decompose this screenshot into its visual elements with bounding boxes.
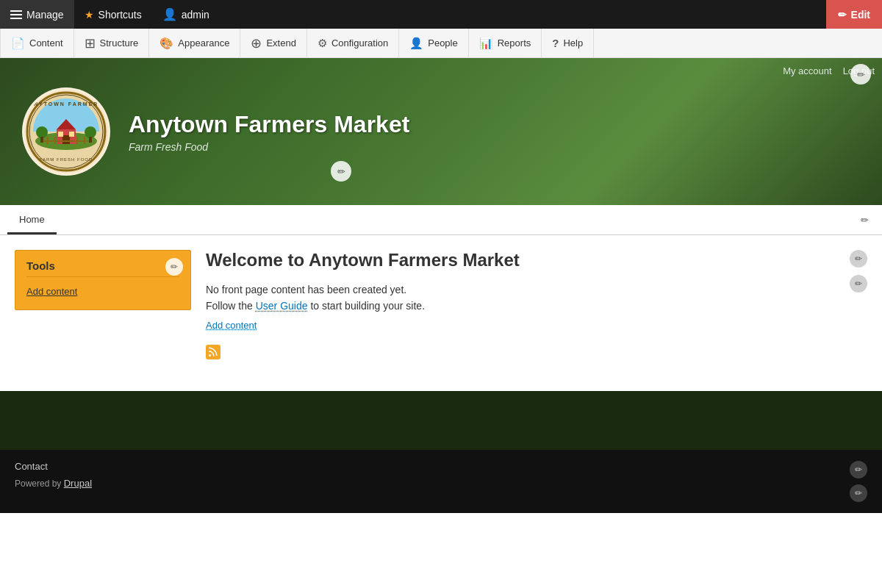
svg-rect-14 [40, 137, 43, 143]
manage-button[interactable]: Manage [0, 0, 74, 29]
footer-pencils: ✏ ✏ [850, 461, 867, 502]
content-block-edit-pencil-1[interactable]: ✏ [850, 250, 867, 268]
nav-people-label: People [428, 37, 457, 49]
user-icon: 👤 [162, 7, 177, 21]
nav-extend[interactable]: Extend [240, 29, 306, 58]
content-icon [11, 37, 25, 50]
nav-content-label: Content [29, 37, 63, 49]
edit-button[interactable]: ✏ Edit [826, 0, 882, 29]
people-icon [409, 37, 423, 50]
footer-edit-pencil-2[interactable]: ✏ [850, 484, 867, 502]
nav-structure[interactable]: Structure [74, 29, 150, 58]
svg-rect-5 [62, 135, 70, 144]
nav-content[interactable]: Content [0, 29, 74, 58]
add-content-sidebar-link[interactable]: Add content [26, 284, 179, 298]
user-guide-link[interactable]: User Guide [256, 300, 308, 312]
add-content-main-link[interactable]: Add content [206, 318, 867, 334]
nav-appearance[interactable]: Appearance [149, 29, 240, 58]
tools-block: ✏ Tools Add content [15, 250, 191, 310]
site-title-edit-pencil[interactable]: ✏ [331, 161, 351, 182]
nav-reports-label: Reports [498, 37, 531, 49]
nav-appearance-label: Appearance [178, 37, 229, 49]
site-header: My account Log out [0, 58, 882, 205]
nav-structure-label: Structure [100, 37, 139, 49]
content-body: No front page content has been created y… [206, 282, 867, 334]
nav-help-label: Help [563, 37, 583, 49]
sidebar: ✏ Tools Add content [15, 250, 191, 362]
svg-rect-16 [89, 137, 92, 143]
admin-label: admin [182, 9, 209, 21]
content-line2: Follow the User Guide to start building … [206, 298, 867, 314]
svg-rect-6 [58, 132, 63, 137]
nav-configuration[interactable]: Configuration [307, 29, 399, 58]
config-icon [318, 37, 327, 50]
drupal-link[interactable]: Drupal [64, 478, 92, 489]
nav-config-label: Configuration [331, 37, 388, 49]
manage-label: Manage [26, 9, 64, 21]
content-line2-suffix: to start building your site. [310, 300, 425, 312]
footer-bottom: Contact Powered by Drupal ✏ ✏ [0, 450, 882, 513]
hamburger-icon [10, 10, 22, 19]
nav-home-link[interactable]: Home [7, 205, 57, 234]
nav-home-item: Home [7, 205, 57, 234]
extend-icon [251, 35, 262, 51]
header-region-edit-pencil[interactable]: ✏ [850, 64, 871, 85]
site-nav: Home ✏ [0, 205, 882, 235]
main-content-wrapper: ✏ Tools Add content ✏ ✏ Welcome to Anyto… [0, 235, 882, 376]
my-account-link[interactable]: My account [783, 65, 831, 76]
rss-icon[interactable] [206, 345, 220, 359]
site-slogan: Farm Fresh Food [129, 141, 409, 153]
content-line2-prefix: Follow the [206, 300, 253, 312]
pencil-icon: ✏ [838, 9, 847, 21]
tools-block-edit-pencil[interactable]: ✏ [165, 258, 183, 276]
svg-text:FARM FRESH FOOD: FARM FRESH FOOD [40, 157, 93, 162]
nav-reports[interactable]: Reports [469, 29, 542, 58]
nav-extend-label: Extend [266, 37, 295, 49]
svg-point-13 [36, 126, 48, 138]
powered-by-text: Powered by [15, 478, 61, 489]
svg-point-15 [85, 126, 96, 138]
site-logo: ANYTOWN FARMERS FARM FRESH FOOD [22, 87, 110, 176]
shortcuts-label: Shortcuts [98, 9, 142, 21]
site-name: Anytown Farmers Market [129, 111, 409, 138]
page-title: Welcome to Anytown Farmers Market [206, 250, 867, 270]
nav-help[interactable]: Help [542, 29, 594, 58]
help-icon [552, 37, 559, 49]
content-area: ✏ ✏ Welcome to Anytown Farmers Market No… [206, 250, 867, 362]
nav-people[interactable]: People [399, 29, 468, 58]
site-title-area: Anytown Farmers Market Farm Fresh Food [129, 111, 409, 153]
svg-text:ANYTOWN FARMERS: ANYTOWN FARMERS [29, 101, 104, 107]
powered-by: Powered by Drupal [15, 478, 92, 489]
svg-rect-7 [69, 132, 74, 137]
appearance-icon [159, 37, 173, 50]
secondary-nav: Content Structure Appearance Extend Conf… [0, 29, 882, 58]
structure-icon [85, 35, 96, 51]
tools-title: Tools [26, 259, 179, 277]
admin-user-button[interactable]: 👤 admin [152, 0, 220, 29]
nav-edit-pencil[interactable]: ✏ [854, 209, 875, 230]
site-footer-spacer [0, 391, 882, 450]
footer-edit-pencil-1[interactable]: ✏ [850, 461, 867, 478]
contact-link[interactable]: Contact [15, 461, 92, 472]
star-icon: ★ [85, 9, 94, 21]
admin-toolbar: Manage ★ Shortcuts 👤 admin ✏ Edit [0, 0, 882, 29]
footer-links: Contact Powered by Drupal [15, 461, 92, 489]
content-block-edit-pencil-2[interactable]: ✏ [850, 275, 867, 293]
content-line1: No front page content has been created y… [206, 282, 867, 298]
edit-label: Edit [851, 9, 870, 21]
shortcuts-button[interactable]: ★ Shortcuts [74, 0, 152, 29]
reports-icon [479, 37, 493, 50]
